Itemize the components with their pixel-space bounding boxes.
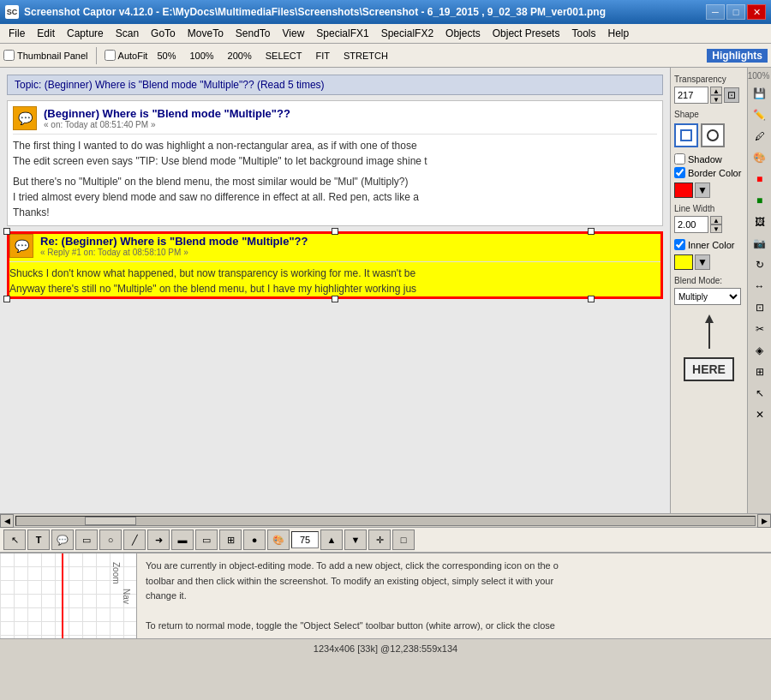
autofit-check[interactable]: AutoFit [105, 50, 148, 61]
icon-image1[interactable]: 🖼 [750, 212, 770, 232]
zoom-50-btn[interactable]: 50% [152, 49, 180, 63]
inner-color-checkbox[interactable] [674, 239, 685, 250]
border-color-checkbox[interactable] [674, 167, 685, 178]
border-color-swatch[interactable] [674, 182, 693, 198]
transparency-label: Transparency [674, 75, 744, 84]
tool-callout[interactable]: 💬 [51, 529, 74, 550]
menu-edit[interactable]: Edit [32, 26, 60, 41]
post2-title: Re: (Beginner) Where is "Blend mode "Mul… [40, 235, 308, 248]
zoom-200-btn[interactable]: 200% [224, 49, 256, 63]
select-btn[interactable]: SELECT [261, 49, 307, 63]
icon-color3[interactable]: ■ [750, 190, 770, 211]
scroll-thumb[interactable] [85, 517, 136, 525]
browser-content: Topic: (Beginner) Where is "Blend mode "… [0, 68, 670, 513]
line-width-input[interactable]: 2.00 [674, 216, 708, 233]
tool-zoom-down[interactable]: ▼ [344, 529, 367, 550]
zoom-sidebar-label: Zoom [111, 562, 121, 584]
icon-color1[interactable]: 🎨 [750, 147, 770, 168]
icon-rotate[interactable]: ↻ [750, 254, 770, 275]
thumbnail-panel-check[interactable]: Thumbnail Panel [3, 50, 88, 61]
autofit-checkbox[interactable] [105, 50, 116, 61]
zoom-100-btn[interactable]: 100% [185, 49, 218, 63]
handle-tr[interactable] [588, 228, 595, 235]
stretch-btn[interactable]: STRETCH [339, 49, 392, 63]
tool-arrow2[interactable]: ➜ [147, 529, 170, 550]
tool-grid[interactable]: ⊞ [219, 529, 242, 550]
shape-ellipse-btn[interactable] [701, 123, 725, 147]
icon-close[interactable]: ✕ [750, 404, 770, 425]
tool-highlight[interactable]: ▭ [75, 529, 98, 550]
scroll-right-btn[interactable]: ▶ [757, 514, 771, 528]
tool-select[interactable]: □ [392, 529, 415, 550]
title-bar: SC Screenshot Captor v4.12.0 - E:\MyDocs… [0, 0, 771, 24]
shadow-checkbox[interactable] [674, 153, 685, 165]
icon-edit1[interactable]: ✏️ [750, 105, 770, 125]
inner-color-dropdown[interactable]: ▼ [695, 254, 710, 270]
info-line3: change it. [146, 589, 762, 604]
line-width-down[interactable]: ▼ [710, 224, 722, 233]
icon-flip[interactable]: ↔ [750, 276, 770, 296]
handle-tl[interactable] [3, 228, 10, 235]
tool-arrow[interactable]: ↖ [3, 529, 26, 550]
menu-tools[interactable]: Tools [566, 26, 601, 41]
menu-specialfx1[interactable]: SpecialFX1 [311, 26, 374, 41]
shadow-check-row[interactable]: Shadow [674, 153, 744, 165]
border-color-dropdown[interactable]: ▼ [695, 182, 710, 198]
thumbnail-area: Zoom Nav [0, 553, 137, 638]
transparency-input[interactable]: 217 [674, 87, 708, 104]
menu-objects[interactable]: Objects [440, 26, 486, 41]
icon-image2[interactable]: 📷 [750, 233, 770, 254]
thumbnail-panel-checkbox[interactable] [3, 50, 15, 61]
menu-capture[interactable]: Capture [62, 26, 109, 41]
fit-btn[interactable]: FIT [312, 49, 335, 63]
zoom-input[interactable]: 75 [291, 531, 319, 548]
menu-file[interactable]: File [3, 26, 30, 41]
tool-rect2[interactable]: ▭ [195, 529, 218, 550]
handle-tm[interactable] [332, 228, 338, 235]
icon-filter1[interactable]: ◈ [750, 340, 770, 361]
scroll-left-btn[interactable]: ◀ [0, 514, 14, 528]
menu-help[interactable]: Help [602, 26, 634, 41]
tool-line[interactable]: ╱ [123, 529, 146, 550]
menu-view[interactable]: View [278, 26, 310, 41]
transparency-up[interactable]: ▲ [710, 87, 722, 95]
blend-mode-select[interactable]: Multiply Normal Screen Overlay [674, 288, 741, 305]
icon-edit2[interactable]: 🖊 [750, 126, 770, 147]
up-arrow-icon [701, 314, 718, 357]
menu-specialfx2[interactable]: SpecialFX2 [376, 26, 439, 41]
icon-crop[interactable]: ✂ [750, 319, 770, 339]
icon-save[interactable]: 💾 [750, 83, 770, 104]
transparency-extra[interactable]: ⊡ [724, 87, 739, 103]
menu-moveto[interactable]: MoveTo [182, 26, 229, 41]
transparency-down[interactable]: ▼ [710, 95, 722, 104]
icon-color2[interactable]: ■ [750, 169, 770, 189]
close-button[interactable]: ✕ [747, 4, 766, 20]
menu-goto[interactable]: GoTo [146, 26, 181, 41]
post1-title: (Beginner) Where is "Blend mode "Multipl… [44, 107, 290, 120]
scroll-track[interactable] [15, 516, 756, 526]
line-width-up[interactable]: ▲ [710, 216, 722, 224]
minimize-button[interactable]: ─ [706, 4, 725, 20]
icon-resize[interactable]: ⊡ [750, 297, 770, 318]
tool-text[interactable]: T [27, 529, 50, 550]
shape-rect-btn[interactable] [674, 123, 698, 147]
border-color-row[interactable]: Border Color [674, 167, 744, 178]
handle-br[interactable] [588, 296, 595, 302]
tool-color[interactable]: ● [243, 529, 266, 550]
icon-filter2[interactable]: ⊞ [750, 362, 770, 382]
arrow-area: HERE [674, 314, 744, 381]
menu-objectpresets[interactable]: Object Presets [487, 26, 565, 41]
menu-scan[interactable]: Scan [111, 26, 144, 41]
handle-bm[interactable] [332, 296, 338, 302]
tool-oval[interactable]: ○ [99, 529, 122, 550]
tool-crosshair[interactable]: ✛ [368, 529, 391, 550]
icon-cursor[interactable]: ↖ [750, 383, 770, 404]
inner-color-swatch[interactable] [674, 254, 693, 270]
tool-palette[interactable]: 🎨 [267, 529, 290, 550]
tool-zoom-up[interactable]: ▲ [320, 529, 343, 550]
inner-color-check-row[interactable]: Inner Color [674, 239, 744, 250]
menu-sendto[interactable]: SendTo [230, 26, 276, 41]
handle-bl[interactable] [3, 296, 10, 302]
maximize-button[interactable]: □ [726, 4, 745, 20]
tool-rect1[interactable]: ▬ [171, 529, 194, 550]
